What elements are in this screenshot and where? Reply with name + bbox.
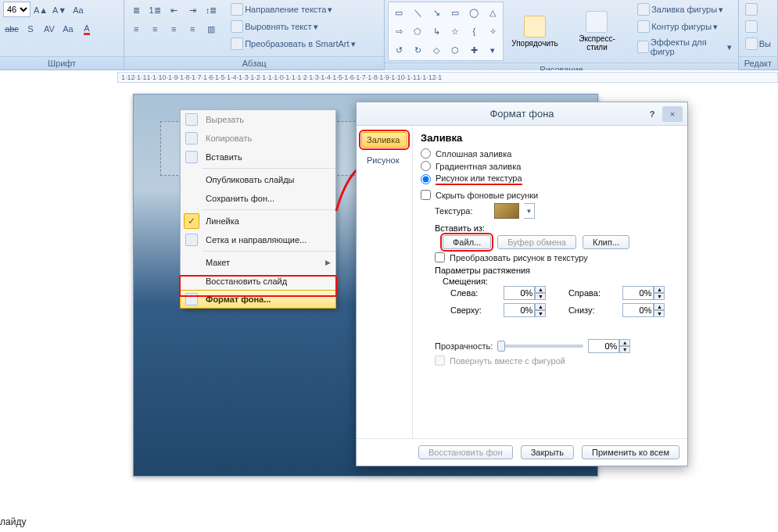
menu-format-background[interactable]: Формат фона... [180, 290, 336, 309]
shape-gallery-more-icon[interactable]: ▾ [484, 41, 501, 59]
ribbon-group-label: Абзац [124, 56, 384, 70]
close-dialog-button[interactable]: Закрыть [521, 445, 574, 459]
shape-arrow-icon[interactable]: ↘ [428, 4, 445, 21]
file-button[interactable]: Файл... [443, 235, 491, 249]
shape-tri-icon[interactable]: △ [484, 4, 501, 21]
arrange-button[interactable]: Упорядочить [511, 39, 558, 48]
font-size-select[interactable]: 46 [3, 2, 30, 17]
shape-callout-icon[interactable]: ✧ [484, 23, 501, 40]
menu-paste[interactable]: Вставить [181, 148, 335, 166]
nav-tab-fill[interactable]: Заливка [361, 132, 407, 148]
shape-more2-icon[interactable]: ↻ [409, 41, 426, 59]
menu-layout[interactable]: Макет▶ [181, 253, 335, 272]
strike-icon[interactable]: abc [3, 20, 20, 37]
numbering-icon[interactable]: 1≣ [146, 2, 163, 19]
clip-button[interactable]: Клип... [583, 235, 629, 249]
line-spacing-icon[interactable]: ↕≣ [203, 2, 220, 19]
bottom-label: Снизу: [568, 305, 615, 315]
shape-star-icon[interactable]: ☆ [446, 23, 464, 40]
shape-more3-icon[interactable]: ◇ [428, 41, 445, 59]
shape-more1-icon[interactable]: ↺ [390, 41, 407, 59]
align-left-icon[interactable]: ≡ [127, 20, 145, 37]
change-case-icon[interactable]: Aa [59, 20, 77, 37]
texture-label: Текстура: [435, 206, 489, 216]
align-text-icon [231, 20, 243, 33]
texture-swatch[interactable] [494, 203, 519, 219]
bullets-icon[interactable]: ≣ [127, 2, 145, 19]
dialog-pane: Заливка Сплошная заливка Градиентная зал… [413, 126, 687, 438]
quick-styles-button[interactable]: Экспресс-стили [571, 34, 623, 52]
transparency-label: Прозрачность: [435, 341, 493, 351]
copy-icon [185, 132, 198, 145]
justify-icon[interactable]: ≡ [184, 20, 201, 37]
menu-ruler[interactable]: Линейка [181, 212, 335, 230]
columns-icon[interactable]: ▥ [203, 20, 220, 37]
shape-arrowr-icon[interactable]: ⇨ [390, 23, 407, 40]
decrease-font-icon[interactable]: A▼ [51, 2, 68, 19]
radio-gradient[interactable]: Градиентная заливка [421, 161, 679, 171]
shape-more4-icon[interactable]: ⬡ [446, 41, 464, 59]
shape-brace-icon[interactable]: { [465, 23, 482, 40]
align-right-icon[interactable]: ≡ [165, 20, 182, 37]
shape-line-icon[interactable]: ＼ [409, 4, 426, 21]
smartart-button[interactable]: Преобразовать в SmartArt▾ [228, 36, 358, 52]
ribbon-group-font: 46 A▲ A▼ Aa abc S AV Aa A Шрифт [0, 0, 124, 70]
menu-cut: Вырезать [181, 110, 335, 129]
footer-text: лайду [0, 516, 26, 527]
shape-more5-icon[interactable]: ✚ [465, 41, 482, 59]
ribbon-group-label: Шрифт [0, 56, 124, 70]
format-background-dialog: Формат фона ? × Заливка Рисунок Заливка … [356, 102, 688, 466]
clear-format-icon[interactable]: Aa [70, 2, 87, 19]
transparency-spin[interactable]: ▲▼ [588, 339, 630, 353]
replace-button[interactable] [742, 19, 774, 34]
help-button[interactable]: ? [644, 106, 661, 122]
offset-bottom-spin[interactable]: ▲▼ [622, 303, 679, 317]
align-text-button[interactable]: Выровнять текст▾ [228, 19, 358, 34]
shape-oval-icon[interactable]: ◯ [465, 4, 482, 21]
format-bg-icon [185, 293, 198, 305]
shape-fill-button[interactable]: Заливка фигуры▾ [634, 2, 735, 17]
shape-rect-icon[interactable]: ▭ [390, 4, 407, 21]
horizontal-ruler[interactable]: 1·12·1·11·1·10·1·9·1·8·1·7·1·6·1·5·1·4·1… [117, 72, 778, 83]
shadow-icon[interactable]: S [22, 20, 39, 37]
nav-tab-picture[interactable]: Рисунок [361, 152, 407, 168]
shape-connector-icon[interactable]: ↳ [428, 23, 445, 40]
ribbon-group-drawing: ▭ ＼ ↘ ▭ ◯ △ ⇨ ⬠ ↳ ☆ { ✧ ↺ ↻ [385, 0, 738, 70]
check-hide-bg[interactable]: Скрыть фоновые рисунки [421, 190, 679, 200]
menu-grid[interactable]: Сетка и направляющие... [181, 230, 335, 249]
shape-outline-button[interactable]: Контур фигуры▾ [634, 19, 735, 34]
texture-dropdown[interactable]: ▼ [524, 203, 535, 219]
find-button[interactable] [742, 2, 774, 17]
check-to-texture[interactable]: Преобразовать рисунок в текстуру [435, 252, 679, 262]
radio-solid[interactable]: Сплошная заливка [421, 148, 679, 159]
dialog-footer: Восстановить фон Закрыть Применить ко вс… [357, 438, 687, 466]
dialog-titlebar[interactable]: Формат фона ? × [357, 102, 687, 126]
shape-poly-icon[interactable]: ⬠ [409, 23, 426, 40]
offset-top-spin[interactable]: ▲▼ [504, 303, 561, 317]
dialog-title: Формат фона [489, 108, 554, 120]
close-button[interactable]: × [662, 106, 683, 122]
ribbon: 46 A▲ A▼ Aa abc S AV Aa A Шрифт ≣ [0, 0, 778, 70]
shape-rect2-icon[interactable]: ▭ [446, 4, 464, 21]
menu-publish[interactable]: Опубликовать слайды [181, 170, 335, 189]
menu-separator [203, 209, 335, 210]
indent-dec-icon[interactable]: ⇤ [165, 2, 182, 19]
slider-thumb[interactable] [497, 341, 505, 352]
menu-save-bg[interactable]: Сохранить фон... [181, 189, 335, 208]
text-direction-button[interactable]: Направление текста▾ [228, 2, 358, 17]
bucket-icon [637, 3, 650, 16]
menu-reset-slide[interactable]: Восстановить слайд [181, 272, 335, 291]
radio-picture-texture[interactable]: Рисунок или текстура [421, 173, 679, 185]
shape-effects-button[interactable]: Эффекты для фигур▾ [634, 36, 735, 58]
transparency-slider[interactable] [497, 345, 583, 348]
char-spacing-icon[interactable]: AV [41, 20, 58, 37]
font-color-icon[interactable]: A [78, 20, 95, 37]
indent-inc-icon[interactable]: ⇥ [184, 2, 201, 19]
align-center-icon[interactable]: ≡ [146, 20, 163, 37]
increase-font-icon[interactable]: A▲ [32, 2, 49, 19]
select-button[interactable]: Вы [742, 36, 774, 52]
apply-all-button[interactable]: Применить ко всем [582, 445, 679, 459]
offset-right-spin[interactable]: ▲▼ [622, 286, 679, 300]
effects-icon [637, 41, 649, 53]
offset-left-spin[interactable]: ▲▼ [504, 286, 561, 300]
